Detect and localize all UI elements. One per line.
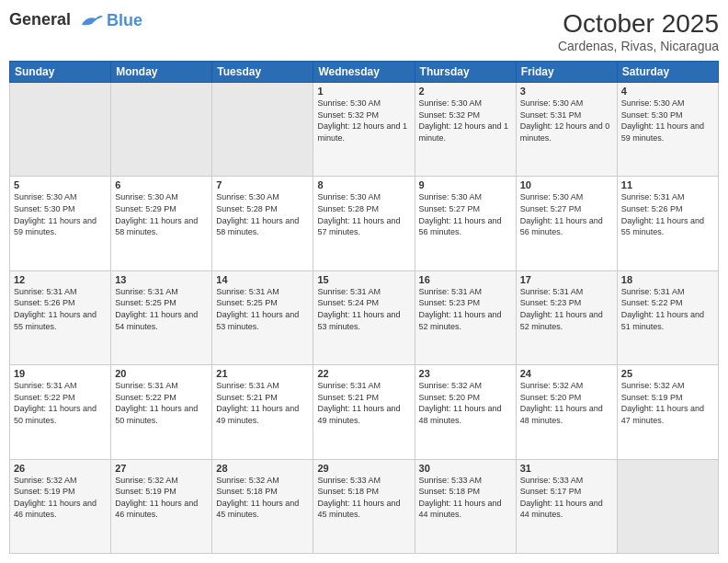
header-row: Sunday Monday Tuesday Wednesday Thursday… [10, 62, 719, 83]
calendar-cell: 6 Sunrise: 5:30 AMSunset: 5:29 PMDayligh… [111, 177, 212, 270]
cell-info: Sunrise: 5:31 AMSunset: 5:23 PMDaylight:… [520, 286, 613, 332]
calendar-cell: 5 Sunrise: 5:30 AMSunset: 5:30 PMDayligh… [10, 177, 111, 270]
cell-info: Sunrise: 5:31 AMSunset: 5:25 PMDaylight:… [216, 286, 309, 332]
day-number: 16 [419, 274, 512, 285]
col-thursday: Thursday [415, 62, 516, 83]
cell-info: Sunrise: 5:33 AMSunset: 5:18 PMDaylight:… [317, 475, 410, 521]
cell-info: Sunrise: 5:30 AMSunset: 5:31 PMDaylight:… [520, 98, 613, 144]
calendar-cell: 7 Sunrise: 5:30 AMSunset: 5:28 PMDayligh… [212, 177, 313, 270]
calendar-table: Sunday Monday Tuesday Wednesday Thursday… [9, 61, 719, 554]
week-row-1: 1 Sunrise: 5:30 AMSunset: 5:32 PMDayligh… [10, 83, 719, 177]
calendar-cell: 10 Sunrise: 5:30 AMSunset: 5:27 PMDaylig… [516, 177, 617, 270]
cell-info: Sunrise: 5:31 AMSunset: 5:21 PMDaylight:… [317, 380, 410, 426]
calendar-cell: 22 Sunrise: 5:31 AMSunset: 5:21 PMDaylig… [313, 365, 415, 459]
week-row-3: 12 Sunrise: 5:31 AMSunset: 5:26 PMDaylig… [10, 270, 719, 364]
calendar-cell: 18 Sunrise: 5:31 AMSunset: 5:22 PMDaylig… [617, 270, 718, 364]
col-saturday: Saturday [617, 62, 718, 83]
cell-info: Sunrise: 5:30 AMSunset: 5:32 PMDaylight:… [419, 98, 512, 144]
logo-line1: General [9, 10, 71, 29]
cell-info: Sunrise: 5:31 AMSunset: 5:26 PMDaylight:… [14, 286, 107, 332]
cell-info: Sunrise: 5:30 AMSunset: 5:30 PMDaylight:… [621, 98, 714, 144]
header: General Blue October 2025 Cardenas, Riva… [9, 9, 719, 53]
cell-info: Sunrise: 5:32 AMSunset: 5:19 PMDaylight:… [621, 380, 714, 426]
logo-line2: Blue [107, 11, 142, 30]
calendar-cell [10, 83, 111, 177]
day-number: 20 [115, 368, 208, 379]
cell-info: Sunrise: 5:31 AMSunset: 5:22 PMDaylight:… [115, 380, 208, 426]
day-number: 30 [419, 463, 512, 474]
cell-info: Sunrise: 5:31 AMSunset: 5:21 PMDaylight:… [216, 380, 309, 426]
day-number: 15 [317, 274, 410, 285]
cell-info: Sunrise: 5:33 AMSunset: 5:17 PMDaylight:… [520, 475, 613, 521]
day-number: 19 [14, 368, 107, 379]
col-monday: Monday [111, 62, 212, 83]
cell-info: Sunrise: 5:30 AMSunset: 5:28 PMDaylight:… [317, 191, 410, 237]
calendar-cell: 11 Sunrise: 5:31 AMSunset: 5:26 PMDaylig… [617, 177, 718, 270]
calendar-cell: 21 Sunrise: 5:31 AMSunset: 5:21 PMDaylig… [212, 365, 313, 459]
day-number: 28 [216, 463, 309, 474]
title-block: October 2025 Cardenas, Rivas, Nicaragua [558, 9, 719, 53]
location-subtitle: Cardenas, Rivas, Nicaragua [558, 39, 719, 53]
calendar-cell: 19 Sunrise: 5:31 AMSunset: 5:22 PMDaylig… [10, 365, 111, 459]
calendar-cell: 15 Sunrise: 5:31 AMSunset: 5:24 PMDaylig… [313, 270, 415, 364]
day-number: 31 [520, 463, 613, 474]
calendar-cell: 26 Sunrise: 5:32 AMSunset: 5:19 PMDaylig… [10, 459, 111, 553]
day-number: 17 [520, 274, 613, 285]
cell-info: Sunrise: 5:32 AMSunset: 5:18 PMDaylight:… [216, 475, 309, 521]
calendar-cell: 27 Sunrise: 5:32 AMSunset: 5:19 PMDaylig… [111, 459, 212, 553]
calendar-cell: 4 Sunrise: 5:30 AMSunset: 5:30 PMDayligh… [617, 83, 718, 177]
calendar-cell: 14 Sunrise: 5:31 AMSunset: 5:25 PMDaylig… [212, 270, 313, 364]
day-number: 23 [419, 368, 512, 379]
cell-info: Sunrise: 5:32 AMSunset: 5:20 PMDaylight:… [419, 380, 512, 426]
calendar-cell: 12 Sunrise: 5:31 AMSunset: 5:26 PMDaylig… [10, 270, 111, 364]
cell-info: Sunrise: 5:31 AMSunset: 5:25 PMDaylight:… [115, 286, 208, 332]
week-row-4: 19 Sunrise: 5:31 AMSunset: 5:22 PMDaylig… [10, 365, 719, 459]
day-number: 3 [520, 86, 613, 97]
day-number: 29 [317, 463, 410, 474]
cell-info: Sunrise: 5:30 AMSunset: 5:27 PMDaylight:… [520, 191, 613, 237]
calendar-cell [617, 459, 718, 553]
day-number: 10 [520, 179, 613, 190]
month-title: October 2025 [558, 9, 719, 39]
calendar-cell: 1 Sunrise: 5:30 AMSunset: 5:32 PMDayligh… [313, 83, 415, 177]
week-row-2: 5 Sunrise: 5:30 AMSunset: 5:30 PMDayligh… [10, 177, 719, 270]
calendar-cell: 20 Sunrise: 5:31 AMSunset: 5:22 PMDaylig… [111, 365, 212, 459]
cell-info: Sunrise: 5:30 AMSunset: 5:30 PMDaylight:… [14, 191, 107, 237]
day-number: 14 [216, 274, 309, 285]
day-number: 21 [216, 368, 309, 379]
calendar-cell [212, 83, 313, 177]
day-number: 11 [621, 179, 714, 190]
calendar-cell: 23 Sunrise: 5:32 AMSunset: 5:20 PMDaylig… [415, 365, 516, 459]
calendar-cell: 31 Sunrise: 5:33 AMSunset: 5:17 PMDaylig… [516, 459, 617, 553]
day-number: 6 [115, 179, 208, 190]
day-number: 8 [317, 179, 410, 190]
calendar-cell: 25 Sunrise: 5:32 AMSunset: 5:19 PMDaylig… [617, 365, 718, 459]
calendar-cell: 13 Sunrise: 5:31 AMSunset: 5:25 PMDaylig… [111, 270, 212, 364]
week-row-5: 26 Sunrise: 5:32 AMSunset: 5:19 PMDaylig… [10, 459, 719, 553]
cell-info: Sunrise: 5:33 AMSunset: 5:18 PMDaylight:… [419, 475, 512, 521]
cell-info: Sunrise: 5:30 AMSunset: 5:28 PMDaylight:… [216, 191, 309, 237]
cell-info: Sunrise: 5:32 AMSunset: 5:20 PMDaylight:… [520, 380, 613, 426]
day-number: 27 [115, 463, 208, 474]
day-number: 12 [14, 274, 107, 285]
day-number: 2 [419, 86, 512, 97]
day-number: 18 [621, 274, 714, 285]
logo: General Blue [9, 9, 142, 31]
col-sunday: Sunday [10, 62, 111, 83]
calendar-cell: 24 Sunrise: 5:32 AMSunset: 5:20 PMDaylig… [516, 365, 617, 459]
cell-info: Sunrise: 5:31 AMSunset: 5:22 PMDaylight:… [621, 286, 714, 332]
day-number: 25 [621, 368, 714, 379]
page: General Blue October 2025 Cardenas, Riva… [0, 0, 728, 563]
calendar-cell: 8 Sunrise: 5:30 AMSunset: 5:28 PMDayligh… [313, 177, 415, 270]
day-number: 24 [520, 368, 613, 379]
cell-info: Sunrise: 5:31 AMSunset: 5:24 PMDaylight:… [317, 286, 410, 332]
cell-info: Sunrise: 5:30 AMSunset: 5:32 PMDaylight:… [317, 98, 410, 144]
calendar-cell: 2 Sunrise: 5:30 AMSunset: 5:32 PMDayligh… [415, 83, 516, 177]
calendar-cell [111, 83, 212, 177]
calendar-cell: 28 Sunrise: 5:32 AMSunset: 5:18 PMDaylig… [212, 459, 313, 553]
calendar-cell: 17 Sunrise: 5:31 AMSunset: 5:23 PMDaylig… [516, 270, 617, 364]
day-number: 9 [419, 179, 512, 190]
calendar-cell: 3 Sunrise: 5:30 AMSunset: 5:31 PMDayligh… [516, 83, 617, 177]
day-number: 13 [115, 274, 208, 285]
col-friday: Friday [516, 62, 617, 83]
